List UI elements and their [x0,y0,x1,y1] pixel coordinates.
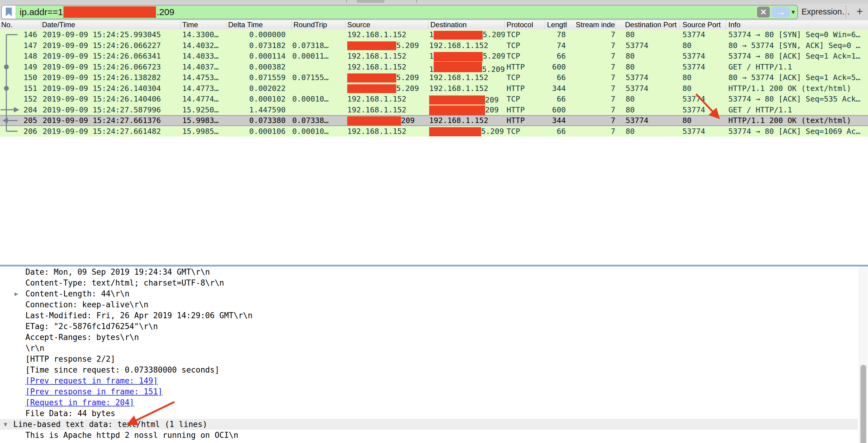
filter-history-dropdown[interactable]: ▾ [792,8,795,16]
column-header-destination-port[interactable]: Destination Port [615,20,680,29]
frame-link[interactable]: [Request in frame: 204] [25,398,134,407]
wireshark-window: ip.addr==1.209 ✕ → ▾ Expression… + No.Da… [0,0,868,443]
column-header-roundtrip[interactable]: RoundTrip [292,20,345,29]
cell-dst_port: 80 [615,29,680,40]
packet-row-147[interactable]: 1472019-09-09 15:24:26.06622714.4032…0.0… [0,40,868,51]
cell-source: 192.168.1.152 [345,62,429,72]
cell-src_port: 80 [680,40,726,51]
packet-row-146[interactable]: 1462019-09-09 15:24:25.99304514.3300…0.0… [0,29,868,40]
column-header-destination[interactable]: Destination [429,20,505,29]
filter-field-buttons: ✕ → ▾ [757,5,797,19]
detail-scrollbar[interactable] [859,267,868,443]
column-header-delta-time[interactable]: Delta Time [226,20,292,29]
packet-row-149[interactable]: 1492019-09-09 15:24:26.06672314.4037…0.0… [0,62,868,72]
cell-info: 80 → 53774 [ACK] Seq=1 Ack=5… [726,72,868,83]
cell-stream: 7 [567,72,615,83]
cell-length: 78 [545,29,567,40]
packet-row-205[interactable]: 2052019-09-09 15:24:27.66137615.9983…0.0… [0,115,868,126]
cell-datetime: 2019-09-09 15:24:25.993045 [41,29,180,40]
detail-text: [HTTP response 2/2] [25,354,115,363]
detail-scrollbar-thumb[interactable] [861,365,866,443]
detail-tree-item[interactable]: ▼Line-based text data: text/html (1 line… [0,419,858,430]
ip-fragment: 209 [485,95,499,104]
redacted-ip-cell: 5.209 [429,126,505,137]
packet-detail-pane: Date: Mon, 09 Sep 2019 19:24:34 GMT\r\nC… [0,266,868,443]
cell-roundtrip: 0.00011… [292,51,345,62]
detail-line: File Data: 44 bytes [0,408,868,419]
detail-link-line[interactable]: [Request in frame: 204] [0,397,868,408]
cell-stream: 7 [567,83,615,94]
detail-line: Last-Modified: Fri, 26 Apr 2019 14:29:06… [0,310,868,321]
packet-row-152[interactable]: 1522019-09-09 15:24:26.14040614.4774…0.0… [0,94,868,104]
column-header-time[interactable]: Time [180,20,226,29]
packet-row-151[interactable]: 1512019-09-09 15:24:26.14030414.4773…0.0… [0,83,868,94]
top-strip-tick [346,0,347,3]
cell-no: 148 [0,51,41,62]
detail-link-line[interactable]: [Prev request in frame: 149] [0,375,868,386]
cell-no: 146 [0,29,41,40]
cell-no: 147 [0,40,41,51]
top-scrollbar-thumb[interactable] [356,0,384,3]
cell-time: 14.4032… [180,40,226,51]
cell-info: 53774 → 80 [ACK] Seq=1069 Ac… [726,126,868,137]
filter-apply-button[interactable]: → [772,7,790,18]
cell-no: 149 [0,62,41,72]
detail-tree-item[interactable]: ▶Content-Length: 44\r\n [0,288,868,299]
display-filter-field[interactable]: ip.addr==1.209 ✕ → ▾ [1,5,798,19]
packet-row-150[interactable]: 1502019-09-09 15:24:26.13828214.4753…0.0… [0,72,868,83]
collapsed-triangle-icon[interactable]: ▶ [14,288,18,299]
column-header-info[interactable]: Info [726,20,868,29]
detail-line: Date: Mon, 09 Sep 2019 19:24:34 GMT\r\n [0,266,868,277]
packet-row-206[interactable]: 2062019-09-09 15:24:27.66148215.9985…0.0… [0,126,868,137]
cell-delta: 0.000114 [226,51,292,62]
detail-link-line[interactable]: [Prev response in frame: 151] [0,386,868,397]
redaction-box [347,84,396,93]
redacted-ip-cell: 209 [429,104,505,116]
filter-text-before: ip.addr==1 [20,7,63,17]
cell-delta: 0.000102 [226,94,292,104]
redaction-box [347,73,396,83]
filter-input[interactable]: ip.addr==1.209 [16,5,757,19]
packet-row-204[interactable]: 2042019-09-09 15:24:27.58799615.9250…1.4… [0,104,868,116]
cell-delta: 0.073380 [226,116,292,125]
redaction-box [429,105,485,115]
frame-link[interactable]: [Prev response in frame: 151] [25,387,163,396]
expression-button[interactable]: Expression… [802,4,850,20]
column-header-source[interactable]: Source [345,20,429,29]
add-filter-button[interactable]: + [854,4,865,20]
cell-roundtrip: 0.00010… [292,126,345,137]
cell-info: GET / HTTP/1.1 [726,62,868,72]
column-header-source-port[interactable]: Source Port [680,20,726,29]
bookmark-icon [5,7,12,17]
column-header-no[interactable]: No. [0,20,41,29]
frame-link[interactable]: [Prev request in frame: 149] [25,376,158,385]
cell-protocol: TCP [505,51,545,62]
detail-text: \r\n [25,344,44,353]
display-filter-bar: ip.addr==1.209 ✕ → ▾ Expression… + [0,4,868,20]
expanded-triangle-icon[interactable]: ▼ [4,419,7,430]
cell-protocol: TCP [505,72,545,83]
cell-protocol: HTTP [505,62,545,72]
filter-bookmark-button[interactable] [2,5,16,19]
redacted-ip-cell: 15.209 [429,29,505,40]
detail-line: Content-Type: text/html; charset=UTF-8\r… [0,277,868,288]
filter-clear-button[interactable]: ✕ [757,7,770,18]
packet-row-148[interactable]: 1482019-09-09 15:24:26.06634114.4033…0.0… [0,51,868,62]
redaction-box [347,116,401,125]
cell-delta: 1.447590 [226,104,292,116]
cell-length: 600 [545,104,567,116]
cell-delta: 0.073182 [226,40,292,51]
cell-info: 53774 → 80 [ACK] Seq=1 Ack=1… [726,51,868,62]
cell-source: 192.168.1.152 [345,126,429,137]
column-header-length[interactable]: Length [545,20,567,29]
cell-destination: 192.168.1.152 [429,40,505,51]
chevron-down-icon: ▾ [792,8,795,16]
cell-time: 15.9985… [180,126,226,137]
column-header-protocol[interactable]: Protocol [505,20,545,29]
ip-fragment: 209 [485,105,499,114]
cell-protocol: TCP [505,40,545,51]
arrow-right-icon: → [776,6,785,17]
column-header-date-time[interactable]: Date/Time [41,20,180,29]
column-header-stream-index[interactable]: Stream index [567,20,615,29]
cell-src_port: 80 [680,116,726,125]
